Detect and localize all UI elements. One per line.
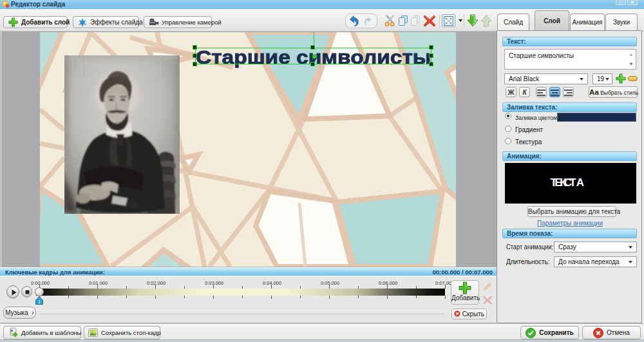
svg-text:1: 1 (38, 299, 41, 305)
